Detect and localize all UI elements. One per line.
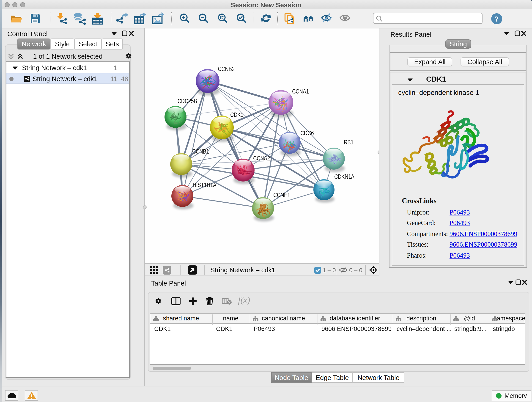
svg-text:CCNB1: CCNB1 [192,148,209,155]
svg-text:?: ? [495,15,499,23]
svg-text:CCNA1: CCNA1 [292,88,309,95]
svg-text:CCNA2: CCNA2 [253,155,270,162]
svg-text:CDC25B: CDC25B [177,97,197,104]
svg-text:CCNE1: CCNE1 [273,191,290,198]
svg-text:CDKN1A: CDKN1A [334,173,355,180]
svg-text:RB1: RB1 [344,139,354,146]
svg-text:HIST1H1A: HIST1H1A [193,181,216,188]
svg-text:CDC6: CDC6 [300,129,314,136]
svg-text:CCNB2: CCNB2 [218,65,234,72]
svg-text:CDK1: CDK1 [230,111,244,118]
